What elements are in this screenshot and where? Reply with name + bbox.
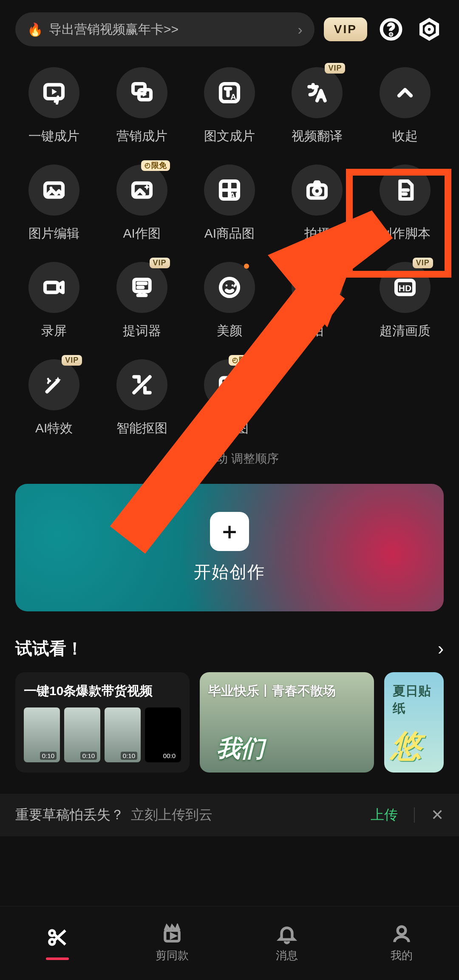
promo-pill[interactable]: 🔥 导出营销视频赢年卡>> › <box>15 12 314 46</box>
fire-icon: 🔥 <box>27 22 43 37</box>
tool-label: 图文成片 <box>204 128 255 145</box>
start-create-banner[interactable]: ＋ 开始创作 <box>15 484 444 611</box>
nav-label: 剪同款 <box>156 948 189 963</box>
tryit-card[interactable]: 毕业快乐丨青春不散场 我们 <box>200 672 374 773</box>
tool-label: 拍摄 <box>304 225 330 242</box>
notification-dot <box>244 264 249 269</box>
nav-template[interactable]: 剪同款 <box>115 923 230 963</box>
tool-label: 美颜 <box>217 322 242 340</box>
svg-point-7 <box>398 926 406 935</box>
tool-label: 提词器 <box>123 322 161 340</box>
tool-marketing-clip[interactable]: 营销成片 <box>98 64 185 148</box>
nav-edit[interactable] <box>0 927 115 960</box>
limited-free-badge: ◴限免 <box>141 160 170 171</box>
card-title: 毕业快乐丨青春不散场 <box>208 682 336 700</box>
tool-create-script[interactable]: 创作脚本 <box>361 161 449 246</box>
card-calligraphy: 我们 <box>217 733 264 765</box>
divider <box>414 807 415 823</box>
tool-ai-draw[interactable]: ◴限免AI作图 <box>98 161 185 246</box>
vip-badge[interactable]: VIP <box>324 17 367 41</box>
vip-badge: VIP <box>325 63 345 74</box>
tryit-title: 试试看！ <box>15 637 83 660</box>
start-create-label: 开始创作 <box>194 560 265 584</box>
t-ai-icon <box>204 67 255 118</box>
tool-label: 拍 <box>311 322 323 340</box>
img-hd-icon: ◴限免 <box>204 359 255 410</box>
cloud-answer: 立刻上传到云 <box>131 806 212 824</box>
vip-badge: VIP <box>150 258 170 268</box>
nav-label: 我的 <box>391 948 413 963</box>
tool-shoot[interactable]: 拍摄 <box>273 161 361 246</box>
upload-link[interactable]: 上传 <box>371 806 398 824</box>
tool-screen-record[interactable]: 录屏 <box>10 258 98 343</box>
camera-icon <box>292 165 343 216</box>
svg-point-1 <box>391 34 392 35</box>
cutout-icon <box>116 359 167 410</box>
reorder-hint: 长按拖动 调整顺序 <box>10 440 449 480</box>
translate-icon: VIP <box>292 67 343 118</box>
tool-one-click-clip[interactable]: 一键成片 <box>10 64 98 148</box>
chevron-right-icon: › <box>298 21 303 38</box>
smiley-icon <box>292 262 343 313</box>
wand-icon: VIP <box>28 359 79 410</box>
bell-icon <box>276 923 298 945</box>
tool-label: 超清画质 <box>380 322 431 340</box>
card-title: 一键10条爆款带货视频 <box>24 682 181 707</box>
limited-free-badge: ◴限免 <box>229 355 258 366</box>
video-thumb <box>145 707 181 762</box>
tool-teleprompter[interactable]: VIP提词器 <box>98 258 185 343</box>
tool-label: 图片编辑 <box>28 225 79 242</box>
tool-label: 超清图 <box>210 420 249 437</box>
tryit-card[interactable]: 一键10条爆款带货视频 <box>15 672 190 773</box>
nav-label: 消息 <box>276 948 298 963</box>
card-title: 夏日贴纸 <box>393 682 435 717</box>
tool-label: 创作脚本 <box>380 225 431 242</box>
cloud-upload-bar: 重要草稿怕丢失？ 立刻上传到云 上传 ✕ <box>0 794 459 836</box>
tool-image-text-clip[interactable]: 图文成片 <box>186 64 273 148</box>
hd-icon: VIP <box>380 262 431 313</box>
tool-label: AI特效 <box>35 420 73 437</box>
image-ai-icon: ◴限免 <box>116 165 167 216</box>
file-icon <box>380 165 431 216</box>
cloud-question: 重要草稿怕丢失？ <box>15 806 124 824</box>
card-calligraphy: 悠 <box>391 726 422 767</box>
promo-text: 导出营销视频赢年卡>> <box>49 21 178 38</box>
tool-virtual-shoot[interactable]: 拍 <box>273 258 361 343</box>
tryit-section: 试试看！ › 一键10条爆款带货视频 毕业快乐丨青春不散场 我们 夏日贴纸 悠 <box>0 611 459 773</box>
video-thumb <box>24 707 60 762</box>
tool-label: 收起 <box>392 128 418 145</box>
vip-badge: VIP <box>62 355 82 366</box>
nav-messages[interactable]: 消息 <box>230 923 344 963</box>
bottom-nav: 剪同款 消息 我的 <box>0 906 459 980</box>
vip-badge: VIP <box>413 258 433 268</box>
close-icon[interactable]: ✕ <box>431 806 444 824</box>
tool-photo-edit[interactable]: 图片编辑 <box>10 161 98 246</box>
tool-hd-image[interactable]: ◴限免超清图 <box>186 356 273 440</box>
tool-ai-fx[interactable]: VIPAI特效 <box>10 356 98 440</box>
settings-icon[interactable] <box>415 15 444 44</box>
tool-hd-quality[interactable]: VIP超清画质 <box>361 258 449 343</box>
tool-label: 营销成片 <box>116 128 167 145</box>
tool-smart-cutout[interactable]: 智能抠图 <box>98 356 185 440</box>
tool-label: 视频翻译 <box>292 128 343 145</box>
tool-grid-section: 一键成片营销成片图文成片VIP视频翻译收起图片编辑◴限免AI作图AI商品图拍摄创… <box>0 51 459 480</box>
tool-label: 智能抠图 <box>116 420 167 437</box>
tryit-card[interactable]: 夏日贴纸 悠 <box>384 672 444 773</box>
dup-play-icon <box>116 67 167 118</box>
help-icon[interactable] <box>377 15 405 44</box>
nav-me[interactable]: 我的 <box>344 923 459 963</box>
plus-icon: ＋ <box>210 512 249 551</box>
chevron-right-icon[interactable]: › <box>438 639 444 659</box>
tool-label: 录屏 <box>41 322 67 340</box>
tool-beauty[interactable]: 美颜 <box>186 258 273 343</box>
play-bolt-icon <box>28 67 79 118</box>
tool-video-translate[interactable]: VIP视频翻译 <box>273 64 361 148</box>
chev-up-icon <box>380 67 431 118</box>
svg-point-3 <box>426 26 432 32</box>
video-thumb <box>64 707 100 762</box>
tool-label: AI商品图 <box>204 225 255 242</box>
tool-ai-product-img[interactable]: AI商品图 <box>186 161 273 246</box>
video-thumb <box>105 707 141 762</box>
tool-collapse[interactable]: 收起 <box>361 64 449 148</box>
face-icon <box>204 262 255 313</box>
